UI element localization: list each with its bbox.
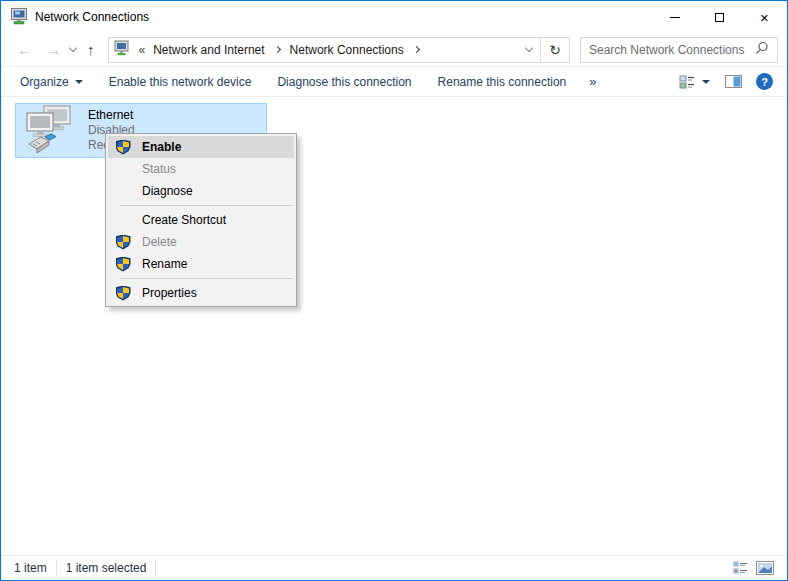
breadcrumb-segment-network-connections[interactable]: Network Connections [286,43,408,57]
refresh-button[interactable]: ↻ [541,42,569,58]
navigation-bar: ← → ↑ « Network and Internet Network Con… [1,33,787,67]
thumbnails-view-button[interactable] [755,559,775,577]
maximize-button[interactable] [697,1,742,33]
menu-item-rename[interactable]: Rename [108,253,294,275]
thumbnails-view-icon [756,561,774,575]
organize-label: Organize [20,75,69,89]
enable-device-button[interactable]: Enable this network device [96,67,265,96]
address-dropdown-chevron-icon[interactable] [518,43,540,57]
uac-shield-icon [108,235,138,250]
rename-connection-button[interactable]: Rename this connection [425,67,580,96]
help-button[interactable]: ? [756,73,773,90]
help-icon: ? [761,76,768,88]
menu-separator [120,205,292,206]
disabled-network-adapter-icon [23,104,75,157]
search-icon[interactable] [755,41,769,58]
more-commands-button[interactable]: » [579,74,606,89]
close-button[interactable]: × [742,1,787,33]
address-location-icon [114,40,130,59]
window-controls: × [652,1,787,33]
network-connections-app-icon [10,7,28,28]
menu-item-enable[interactable]: Enable [108,136,294,158]
file-list-area[interactable]: Ethernet Disabled Red H Enable Status Di… [1,97,787,555]
view-options-icon [679,74,696,90]
diagnose-connection-button[interactable]: Diagnose this connection [264,67,424,96]
details-view-icon [733,561,748,575]
menu-item-delete[interactable]: Delete [108,231,294,253]
search-input[interactable] [581,43,753,57]
context-menu: Enable Status Diagnose Create Shortcut D… [105,133,297,307]
minimize-icon [670,17,680,18]
maximize-icon [715,13,724,22]
status-bar: 1 item 1 item selected [1,555,787,580]
breadcrumb-segment-network-and-internet[interactable]: Network and Internet [149,43,268,57]
caret-down-icon [75,80,83,84]
minimize-button[interactable] [652,1,697,33]
uac-shield-icon [108,257,138,272]
command-toolbar: Organize Enable this network device Diag… [1,67,787,97]
caret-down-icon [702,80,710,84]
uac-shield-icon [108,286,138,301]
forward-button[interactable]: → [39,42,68,57]
item-count: 1 item [5,560,57,576]
organize-button[interactable]: Organize [7,67,96,96]
breadcrumb-separator-icon[interactable] [413,46,420,53]
menu-item-create-shortcut[interactable]: Create Shortcut [108,209,294,231]
window-title: Network Connections [35,10,149,24]
statusbar-view-toggles [730,559,783,577]
breadcrumb-separator-icon[interactable] [274,46,281,53]
network-connections-window: Network Connections × ← → ↑ « Network an… [0,0,788,581]
chevron-down-icon [525,43,533,51]
address-bar-right: ↻ [518,38,569,62]
toolbar-right: ? [679,73,781,91]
selection-count: 1 item selected [57,560,157,576]
menu-separator [120,278,292,279]
menu-item-status[interactable]: Status [108,158,294,180]
preview-pane-button[interactable] [723,73,743,91]
menu-item-diagnose[interactable]: Diagnose [108,180,294,202]
up-button[interactable]: ↑ [80,42,102,57]
close-icon: × [760,10,769,25]
breadcrumb-collapsed-marker[interactable]: « [135,43,150,57]
titlebar: Network Connections × [1,1,787,33]
menu-item-properties[interactable]: Properties [108,282,294,304]
connection-name: Ethernet [88,108,135,123]
details-view-button[interactable] [730,559,750,577]
address-bar[interactable]: « Network and Internet Network Connectio… [108,37,571,63]
recent-locations-chevron-icon[interactable] [69,44,77,52]
back-button[interactable]: ← [10,42,39,57]
change-view-button[interactable] [679,74,710,90]
uac-shield-icon [108,140,138,155]
search-box[interactable] [580,37,778,63]
preview-pane-icon [725,75,742,88]
